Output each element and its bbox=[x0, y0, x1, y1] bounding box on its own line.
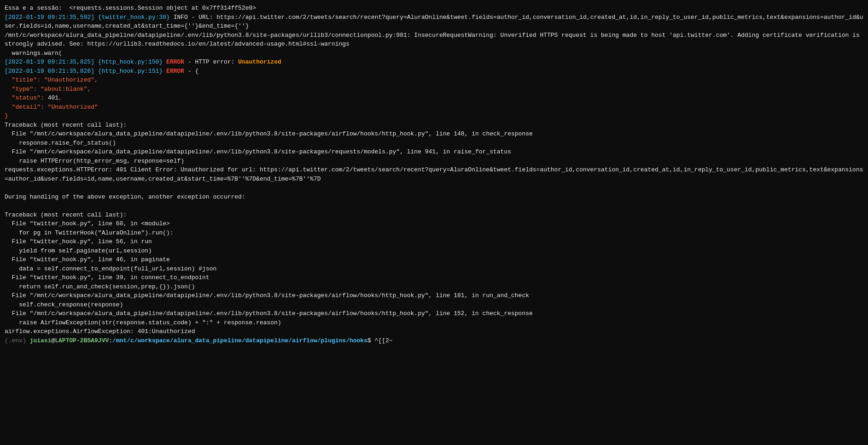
line-tb2-file1: File "twitter_hook.py", line 60, in <mod… bbox=[5, 219, 863, 228]
line-traceback1: Traceback (most recent call last): bbox=[5, 121, 863, 130]
line-tb2-code5: self.check_response(response) bbox=[5, 300, 863, 310]
line-json-status: "status": 401, bbox=[5, 94, 863, 103]
line-tb-file2: File "/mnt/c/workspace/alura_data_pipeli… bbox=[5, 147, 863, 157]
line-tb2-code4: return self.run_and_check(session,prep,{… bbox=[5, 282, 863, 292]
terminal-window: Essa e a sessão: <requests.sessions.Sess… bbox=[0, 0, 868, 445]
line-httperror: requests.exceptions.HTTPError: 401 Clien… bbox=[5, 165, 863, 183]
line-blank2 bbox=[5, 201, 863, 211]
line-tb2-file6: File "/mnt/c/workspace/alura_data_pipeli… bbox=[5, 309, 863, 318]
line-traceback2: Traceback (most recent call last): bbox=[5, 211, 863, 220]
line-blank1 bbox=[5, 183, 863, 193]
line-tb2-file5: File "/mnt/c/workspace/alura_data_pipeli… bbox=[5, 291, 863, 300]
line-tb2-code2: yield from self.paginate(url,session) bbox=[5, 246, 863, 256]
line-airflow-exc: airflow.exceptions.AirflowException: 401… bbox=[5, 327, 863, 336]
line-json-type: "type": "about:blank", bbox=[5, 85, 863, 94]
line-tb2-file4: File "twitter_hook.py", line 39, in conn… bbox=[5, 273, 863, 282]
prompt-env: (.env) bbox=[5, 337, 30, 344]
line-essa: Essa e a sessão: <requests.sessions.Sess… bbox=[5, 4, 863, 13]
prompt-user: juiasi bbox=[30, 337, 52, 344]
prompt-cmd[interactable]: ^[[2~ bbox=[371, 337, 393, 344]
line-insecure: /mnt/c/workspace/alura_data_pipeline/dat… bbox=[5, 31, 863, 49]
line-log2: [2022-01-19 09:21:35,825] {http_hook.py:… bbox=[5, 58, 863, 67]
line-tb2-code6: raise AirflowException(str(response.stat… bbox=[5, 318, 863, 328]
line-warnings-warn: warnings.warn( bbox=[5, 49, 863, 58]
prompt-host: LAPTOP-2BSA9JVV bbox=[55, 337, 109, 344]
line-tb-code2: raise HTTPError(http_error_msg, response… bbox=[5, 157, 863, 166]
line-during: During handling of the above exception, … bbox=[5, 193, 863, 202]
line-tb-file1: File "/mnt/c/workspace/alura_data_pipeli… bbox=[5, 129, 863, 139]
line-tb2-file3: File "twitter_hook.py", line 46, in pagi… bbox=[5, 255, 863, 264]
line-json-detail: "detail": "Unauthorized" bbox=[5, 103, 863, 112]
line-tb-code1: response.raise_for_status() bbox=[5, 139, 863, 148]
line-log1: [2022-01-19 09:21:35,592] {twitter_hook.… bbox=[5, 13, 863, 31]
line-prompt[interactable]: (.env) juiasi@LAPTOP-2BSA9JVV:/mnt/c/wor… bbox=[5, 336, 863, 345]
line-tb2-code1: for pg in TwitterHook("AluraOnline").run… bbox=[5, 228, 863, 238]
line-tb2-file2: File "twitter_hook.py", line 56, in run bbox=[5, 237, 863, 246]
line-tb2-code3: data = self.connect_to_endpoint(full_url… bbox=[5, 264, 863, 274]
line-log3: [2022-01-19 09:21:35,826] {http_hook.py:… bbox=[5, 67, 863, 76]
line-json-close: } bbox=[5, 111, 863, 121]
prompt-colon: : bbox=[109, 337, 112, 344]
prompt-path: /mnt/c/workspace/alura_data_pipeline/dat… bbox=[112, 337, 367, 344]
prompt-dollar: $ bbox=[367, 337, 371, 344]
line-json-title: "title": "Unauthorized", bbox=[5, 76, 863, 85]
